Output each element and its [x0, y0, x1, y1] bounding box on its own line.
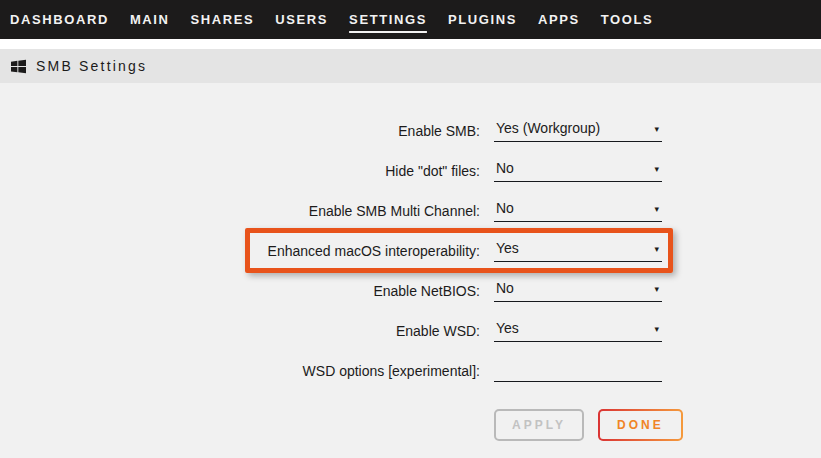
dropdown-arrow-icon: ▾ [654, 282, 659, 296]
page-title: SMB Settings [36, 58, 147, 74]
form-row-wsd-options: WSD options [experimental]: [0, 351, 821, 391]
nav-item-plugins[interactable]: PLUGINS [448, 12, 517, 27]
wsd-options-input[interactable] [494, 360, 662, 382]
dropdown-arrow-icon: ▾ [654, 242, 659, 256]
form-row-enhanced-macos-interoperability: Enhanced macOS interoperability:Yes▾ [0, 231, 821, 271]
enhanced-macos-interoperability-value: Yes [496, 240, 519, 256]
nav-item-dashboard[interactable]: DASHBOARD [10, 12, 109, 27]
page-header: SMB Settings [0, 49, 821, 83]
enable-smb-value: Yes (Workgroup) [496, 120, 600, 136]
form-row-enable-smb: Enable SMB:Yes (Workgroup)▾ [0, 111, 821, 151]
main-nav: DASHBOARDMAINSHARESUSERSSETTINGSPLUGINSA… [0, 0, 821, 39]
dropdown-arrow-icon: ▾ [654, 322, 659, 336]
enhanced-macos-interoperability-select[interactable]: Yes▾ [494, 240, 662, 262]
dropdown-arrow-icon: ▾ [654, 122, 659, 136]
nav-spacer [0, 39, 821, 49]
enable-wsd-value: Yes [496, 320, 519, 336]
nav-item-apps[interactable]: APPS [538, 12, 580, 27]
form-row-enable-wsd: Enable WSD:Yes▾ [0, 311, 821, 351]
dropdown-arrow-icon: ▾ [654, 202, 659, 216]
form-buttons: APPLY DONE [494, 409, 821, 441]
hide-dot-files-label: Hide "dot" files: [0, 163, 480, 179]
enable-netbios-select[interactable]: No▾ [494, 280, 662, 302]
enable-netbios-label: Enable NetBIOS: [0, 283, 480, 299]
apply-button[interactable]: APPLY [494, 409, 584, 441]
done-button[interactable]: DONE [598, 409, 683, 441]
enable-smb-multi-channel-label: Enable SMB Multi Channel: [0, 203, 480, 219]
form-row-hide-dot-files: Hide "dot" files:No▾ [0, 151, 821, 191]
hide-dot-files-value: No [496, 160, 514, 176]
enable-wsd-select[interactable]: Yes▾ [494, 320, 662, 342]
form-row-enable-netbios: Enable NetBIOS:No▾ [0, 271, 821, 311]
wsd-options-label: WSD options [experimental]: [0, 363, 480, 379]
enable-smb-label: Enable SMB: [0, 123, 480, 139]
nav-item-shares[interactable]: SHARES [191, 12, 255, 27]
enable-smb-multi-channel-value: No [496, 200, 514, 216]
windows-icon [11, 59, 26, 74]
enable-netbios-value: No [496, 280, 514, 296]
enhanced-macos-interoperability-label: Enhanced macOS interoperability: [0, 243, 480, 259]
enable-wsd-label: Enable WSD: [0, 323, 480, 339]
hide-dot-files-select[interactable]: No▾ [494, 160, 662, 182]
dropdown-arrow-icon: ▾ [654, 162, 659, 176]
enable-smb-select[interactable]: Yes (Workgroup)▾ [494, 120, 662, 142]
settings-form: Enable SMB:Yes (Workgroup)▾Hide "dot" fi… [0, 83, 821, 458]
form-row-enable-smb-multi-channel: Enable SMB Multi Channel:No▾ [0, 191, 821, 231]
nav-item-main[interactable]: MAIN [130, 12, 170, 27]
enable-smb-multi-channel-select[interactable]: No▾ [494, 200, 662, 222]
nav-item-tools[interactable]: TOOLS [601, 12, 654, 27]
nav-item-settings[interactable]: SETTINGS [349, 12, 427, 27]
nav-item-users[interactable]: USERS [275, 12, 328, 27]
